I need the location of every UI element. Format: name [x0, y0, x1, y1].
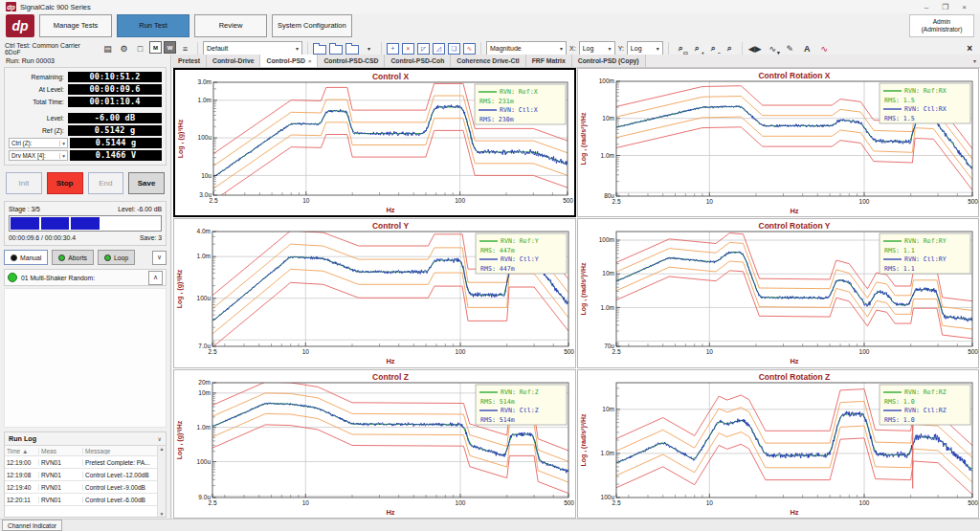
chart-svg-control-rotation-z[interactable]: Control Rotation ZHzLog , (rad/s²)²/Hz2.… — [578, 370, 979, 518]
chart-svg-control-rotation-x[interactable]: Control Rotation XHzLog , (rad/s²)²/Hz2.… — [578, 69, 979, 216]
collapse-up-button[interactable]: ∧ — [148, 271, 163, 285]
aborts-toggle-button[interactable]: Aborts — [52, 250, 94, 265]
pane-remove-icon[interactable]: × — [402, 43, 414, 55]
run-log-cell: Control Level:-6.00dB — [83, 497, 157, 503]
pane-add-icon[interactable]: + — [387, 43, 399, 55]
manual-toggle-button[interactable]: Manual — [4, 250, 48, 265]
close-display-button[interactable]: × — [967, 43, 975, 54]
run-log-row[interactable]: 12:20:11RVN01Control Level:-6.00dB — [5, 494, 157, 506]
run-log-col-time[interactable]: Time ▲ — [5, 448, 39, 454]
manual-status-icon — [11, 254, 17, 261]
chart-svg-control-x[interactable]: Control XHzLog , (g)²/Hz2.5101005003.0m1… — [175, 70, 574, 215]
display-set-select[interactable]: Default▾ — [203, 41, 302, 55]
y-tick-label: 3.0u — [199, 191, 212, 198]
y-tick-label: 7.0u — [198, 343, 211, 350]
pan-horizontal-icon[interactable]: ◀▶ — [747, 41, 763, 55]
chart-pane-control-rotation-z[interactable]: Control Rotation ZHzLog , (rad/s²)²/Hz2.… — [577, 369, 980, 519]
display-tab-pretest[interactable]: Pretest — [172, 55, 207, 67]
run-control-panel: Run: Run 00003 Remaining:00:10:51.2At Le… — [0, 55, 171, 520]
display-tab-control-psd-copy[interactable]: Control-PSD (Copy) — [572, 55, 646, 67]
nav-tab-manage-tests[interactable]: Manage Tests — [39, 14, 112, 37]
wave-style-icon[interactable]: ∿▾ — [766, 41, 780, 55]
x-axis-label: Hz — [386, 507, 394, 516]
run-log-collapse-icon[interactable]: ∨ — [158, 435, 162, 442]
chart-pane-control-z[interactable]: Control ZHzLog , (g)²/Hz2.51010050020m10… — [173, 369, 576, 519]
chart-pane-control-x[interactable]: Control XHzLog , (g)²/Hz2.5101005003.0m1… — [173, 68, 576, 217]
tab-close-icon[interactable]: × — [308, 58, 312, 64]
y-tick-label: 4.0m — [197, 229, 211, 235]
settings-gear-icon[interactable]: ⚙ — [117, 41, 131, 55]
window-close-button[interactable]: × — [962, 3, 967, 11]
level-label: Level: — [9, 115, 68, 122]
stage-progressbar — [9, 215, 162, 232]
pane-corner-br-icon[interactable]: ◿ — [433, 43, 445, 55]
run-log-cell: 12:19:08 — [5, 472, 39, 478]
new-display-icon[interactable]: ▤ — [100, 41, 115, 55]
display-tab-frf-matrix[interactable]: FRF Matrix — [526, 55, 572, 67]
chart-svg-control-y[interactable]: Control YHzLog , (g)²/Hz2.5101005004.0m1… — [174, 219, 575, 366]
x-scale-select[interactable]: Log▾ — [579, 41, 615, 55]
nav-tab-run-test[interactable]: Run Test — [117, 14, 189, 37]
collapse-down-button[interactable]: ∨ — [152, 251, 167, 265]
folder-add-icon[interactable] — [329, 45, 343, 55]
x-scale-label: X: — [569, 45, 576, 52]
zoom-in-icon[interactable]: ⌕+ — [690, 41, 704, 55]
x-tick-label: 10 — [705, 348, 713, 355]
display-tab-coherence-drive-ctl[interactable]: Coherence Drive-Ctl — [451, 55, 525, 67]
dp-logo: dp — [6, 14, 34, 37]
pane-corner-tl-icon[interactable]: ◸ — [417, 43, 430, 55]
x-scale-value: Log — [583, 45, 594, 52]
save-button[interactable]: Save — [128, 172, 165, 194]
y-scale-select[interactable]: Log▾ — [627, 41, 663, 55]
nav-tab-review[interactable]: Review — [194, 14, 267, 37]
run-log-row[interactable]: 12:19:40RVN01Control Level:-9.00dB — [5, 481, 157, 494]
chart-svg-control-rotation-y[interactable]: Control Rotation YHzLog , (rad/s²)²/Hz2.… — [578, 219, 979, 366]
run-log-col-meas[interactable]: Meas — [39, 448, 83, 454]
annotate-icon[interactable]: ✎ — [783, 41, 797, 55]
chart-svg-control-z[interactable]: Control ZHzLog , (g)²/Hz2.51010050020m10… — [174, 370, 575, 518]
window-minimize-button[interactable]: – — [924, 3, 928, 11]
run-log-row[interactable]: 12:19:08RVN01Control Level:-12.00dB — [5, 469, 157, 481]
pane-cascade-icon[interactable]: ❏ — [448, 43, 460, 55]
run-log-header-row: Time ▲MeasMessage — [5, 446, 157, 456]
admin-user-button[interactable]: Admin (Administrator) — [909, 14, 974, 37]
zoom-full-icon[interactable]: ⌕ — [723, 41, 737, 55]
channel-select[interactable]: Drv MAX [4]:▾ — [9, 150, 68, 161]
loop-toggle-button[interactable]: Loop — [98, 250, 135, 265]
stage-label: Stage : 3/5 — [9, 206, 40, 212]
text-label-icon[interactable]: A — [800, 41, 814, 55]
overlay-curve-icon[interactable]: ∿ — [817, 41, 832, 55]
display-tab-control-psd-coh[interactable]: Control-PSD-Coh — [385, 55, 451, 67]
y-tick-label: 1.0m — [197, 423, 211, 430]
stage-group: Stage : 3/5 Level: -6.00 dB 00:00:09.6 /… — [4, 201, 167, 246]
display-tab-control-psd-csd[interactable]: Control-PSD-CSD — [318, 55, 385, 67]
channel-select[interactable]: Ctrl (Z):▾ — [9, 138, 68, 148]
legend-rms-label: RMS: 1.5 — [884, 115, 915, 122]
folder-new-icon[interactable] — [345, 45, 359, 55]
pane-curve-icon[interactable]: ∿ — [463, 43, 476, 55]
function-select[interactable]: Magnitude▾ — [486, 41, 567, 55]
folder-dropdown-icon[interactable]: ▾ — [362, 41, 376, 55]
nav-tab-system-configuration[interactable]: System Configuration — [272, 14, 352, 37]
schedule-entry[interactable]: 01 Multi-Shaker Random: ∧ — [4, 269, 167, 286]
timer-row: At Level:00:00:09.6 — [9, 84, 162, 95]
box-zoom-icon[interactable]: ⌕▭ — [674, 41, 688, 55]
layout-m-icon[interactable]: M — [149, 41, 162, 54]
zoom-out-icon[interactable]: ⌕− — [706, 41, 721, 55]
chart-pane-control-rotation-x[interactable]: Control Rotation XHzLog , (rad/s²)²/Hz2.… — [577, 68, 980, 217]
layout-w-icon[interactable]: W — [164, 41, 176, 54]
folder-open-icon[interactable] — [313, 45, 326, 55]
run-log-col-message[interactable]: Message — [83, 448, 157, 454]
channel-indicator-button[interactable]: Channel Indicator — [2, 520, 62, 531]
layout-single-icon[interactable]: □ — [133, 41, 147, 55]
chart-pane-control-rotation-y[interactable]: Control Rotation YHzLog , (rad/s²)²/Hz2.… — [577, 218, 980, 367]
run-log-scrollbar[interactable]: ▲▼ — [157, 446, 166, 517]
tab-overflow-button[interactable]: ▾ — [969, 55, 980, 67]
chart-pane-control-y[interactable]: Control YHzLog , (g)²/Hz2.5101005004.0m1… — [173, 218, 576, 367]
display-tab-control-drive[interactable]: Control-Drive — [207, 55, 260, 67]
window-maximize-button[interactable]: ❐ — [942, 3, 948, 11]
stop-button[interactable]: Stop — [47, 172, 83, 194]
display-tab-control-psd[interactable]: Control-PSD× — [260, 55, 318, 67]
layout-rows-icon[interactable]: ≡ — [178, 41, 192, 55]
run-log-row[interactable]: 12:19:00RVN01Pretest Complete: PA... — [5, 456, 157, 469]
